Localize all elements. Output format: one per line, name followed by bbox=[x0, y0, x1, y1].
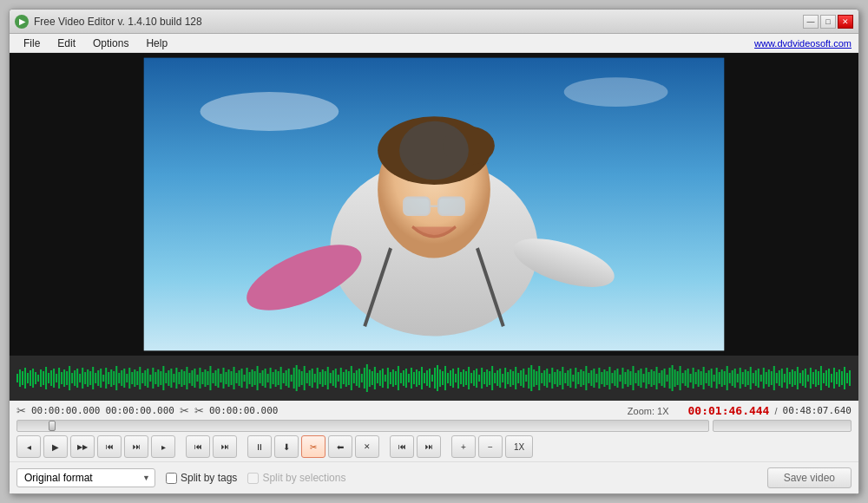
close-button[interactable]: ✕ bbox=[838, 15, 853, 29]
svg-rect-37 bbox=[63, 369, 65, 387]
svg-rect-333 bbox=[836, 372, 838, 384]
split-by-tags-checkbox[interactable] bbox=[166, 473, 177, 484]
svg-rect-176 bbox=[426, 370, 428, 386]
svg-rect-232 bbox=[572, 375, 574, 382]
svg-rect-51 bbox=[100, 369, 102, 388]
svg-rect-218 bbox=[536, 371, 537, 385]
zoom-1x-button[interactable]: 1X bbox=[505, 435, 533, 458]
svg-rect-285 bbox=[711, 369, 713, 388]
go-start-button[interactable]: ⏮ bbox=[390, 435, 414, 458]
svg-rect-296 bbox=[740, 368, 741, 389]
format-select[interactable]: Original format AVI MP4 MOV MKV WMV bbox=[16, 468, 155, 487]
svg-rect-300 bbox=[750, 367, 752, 389]
svg-rect-99 bbox=[226, 372, 227, 384]
svg-rect-319 bbox=[799, 373, 801, 383]
svg-rect-166 bbox=[400, 373, 402, 383]
seek-thumb[interactable] bbox=[49, 421, 56, 431]
svg-rect-48 bbox=[92, 367, 94, 389]
svg-rect-332 bbox=[833, 368, 835, 389]
svg-rect-279 bbox=[695, 372, 697, 384]
svg-rect-212 bbox=[520, 370, 522, 386]
svg-rect-103 bbox=[236, 373, 238, 383]
svg-rect-288 bbox=[719, 372, 720, 384]
svg-rect-94 bbox=[212, 373, 214, 383]
video-area bbox=[10, 53, 858, 356]
minimize-button[interactable]: — bbox=[803, 15, 819, 29]
prev-frame-button[interactable]: ◂ bbox=[16, 435, 41, 458]
delete-button[interactable]: ✕ bbox=[355, 435, 379, 458]
prev-scene-button[interactable]: ⏮ bbox=[186, 435, 210, 458]
svg-rect-106 bbox=[244, 375, 246, 382]
svg-rect-122 bbox=[286, 370, 287, 386]
svg-rect-154 bbox=[369, 369, 371, 387]
next-frame-button[interactable]: ▸ bbox=[151, 435, 175, 458]
play-sel-button[interactable]: ▶▶ bbox=[70, 435, 95, 458]
svg-rect-142 bbox=[338, 375, 339, 382]
go-end-button[interactable]: ⏭ bbox=[417, 435, 441, 458]
next-scene-button[interactable]: ⏭ bbox=[213, 435, 237, 458]
svg-rect-140 bbox=[332, 370, 334, 386]
main-seek-bar[interactable] bbox=[16, 420, 709, 432]
menu-file[interactable]: File bbox=[16, 36, 47, 50]
split-by-selections-checkbox[interactable] bbox=[247, 473, 259, 484]
svg-rect-59 bbox=[121, 370, 122, 386]
svg-rect-110 bbox=[254, 371, 256, 385]
svg-rect-62 bbox=[128, 368, 130, 389]
secondary-seek-bar[interactable] bbox=[713, 420, 852, 432]
svg-rect-36 bbox=[61, 372, 62, 384]
svg-rect-269 bbox=[669, 368, 671, 389]
save-video-button[interactable]: Save video bbox=[767, 467, 852, 488]
svg-rect-246 bbox=[608, 367, 610, 389]
play-button[interactable]: ▶ bbox=[43, 435, 68, 458]
cut-button[interactable]: ✂ bbox=[301, 435, 326, 458]
svg-rect-128 bbox=[301, 371, 303, 385]
svg-rect-117 bbox=[273, 372, 274, 384]
svg-rect-136 bbox=[322, 369, 324, 387]
svg-rect-73 bbox=[157, 369, 159, 387]
maximize-button[interactable]: □ bbox=[820, 15, 836, 29]
menu-edit[interactable]: Edit bbox=[50, 36, 82, 50]
svg-rect-149 bbox=[356, 370, 358, 386]
svg-rect-171 bbox=[413, 372, 415, 384]
scissors-icon-2: ✂ bbox=[180, 404, 189, 417]
zoom-out-button[interactable]: − bbox=[478, 435, 503, 458]
titlebar-controls: — □ ✕ bbox=[803, 15, 853, 29]
svg-rect-115 bbox=[267, 374, 269, 382]
svg-rect-69 bbox=[147, 369, 148, 388]
svg-rect-223 bbox=[549, 374, 550, 382]
svg-rect-189 bbox=[460, 372, 462, 384]
app-icon: ▶ bbox=[15, 15, 29, 29]
svg-rect-328 bbox=[823, 373, 825, 383]
svg-rect-244 bbox=[603, 369, 605, 387]
svg-point-3 bbox=[564, 77, 668, 107]
skip-back-button[interactable]: ⏮ bbox=[97, 435, 122, 458]
mark-in-button[interactable]: ⬇ bbox=[274, 435, 299, 458]
svg-rect-83 bbox=[183, 371, 185, 385]
pause-button[interactable]: ⏸ bbox=[247, 435, 272, 458]
website-link[interactable]: www.dvdvideosoft.com bbox=[754, 38, 852, 49]
svg-rect-137 bbox=[325, 371, 326, 385]
menu-help[interactable]: Help bbox=[139, 36, 174, 50]
svg-rect-252 bbox=[624, 372, 626, 384]
svg-rect-242 bbox=[598, 368, 600, 389]
svg-rect-23 bbox=[27, 373, 29, 383]
svg-rect-257 bbox=[637, 370, 639, 386]
svg-rect-88 bbox=[196, 375, 198, 382]
svg-rect-141 bbox=[335, 369, 337, 388]
svg-rect-114 bbox=[265, 369, 266, 388]
zoom-in-button[interactable]: + bbox=[451, 435, 476, 458]
menu-options[interactable]: Options bbox=[86, 36, 135, 50]
svg-rect-172 bbox=[416, 369, 418, 387]
svg-rect-201 bbox=[491, 366, 493, 390]
svg-rect-334 bbox=[838, 369, 840, 387]
svg-rect-245 bbox=[606, 371, 608, 385]
svg-rect-135 bbox=[319, 372, 321, 384]
paste-button[interactable]: ⬅ bbox=[328, 435, 352, 458]
svg-rect-85 bbox=[188, 373, 190, 383]
skip-fwd-button[interactable]: ⏭ bbox=[124, 435, 148, 458]
svg-rect-25 bbox=[32, 369, 34, 388]
svg-rect-109 bbox=[252, 369, 253, 387]
svg-rect-42 bbox=[76, 369, 78, 388]
svg-rect-236 bbox=[582, 371, 584, 385]
svg-rect-220 bbox=[541, 373, 542, 383]
